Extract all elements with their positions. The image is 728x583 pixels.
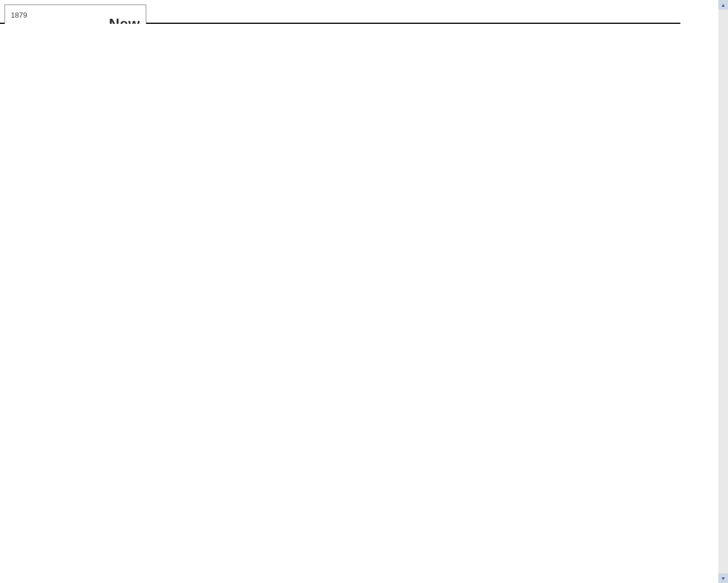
browser-scrollbar[interactable]: ▴ ▾ — [718, 0, 728, 24]
modal-title: Neworder — [11, 16, 140, 24]
scroll-up-icon[interactable]: ▴ — [718, 0, 728, 10]
new-order-modal: 1879 Neworder /* custom title layout han… — [5, 5, 146, 24]
